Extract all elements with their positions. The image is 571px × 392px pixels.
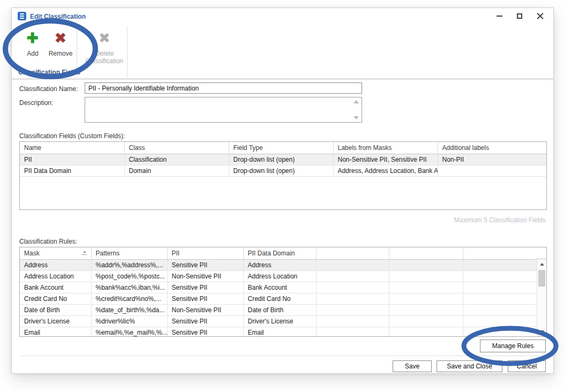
- rules-row-email[interactable]: Email %email%,%e_mail%,%... Sensitive PI…: [20, 327, 538, 337]
- scrollbar-down-button[interactable]: [537, 328, 546, 335]
- cell: Classification: [124, 154, 229, 165]
- description-textarea[interactable]: [85, 97, 362, 123]
- sort-ascending-icon: [82, 251, 87, 255]
- scrollbar-thumb[interactable]: [538, 270, 545, 287]
- cell: Non-Sensitive PII: [167, 270, 243, 282]
- cell: [389, 327, 463, 337]
- cell: Bank Account: [243, 282, 316, 293]
- fields-col-name[interactable]: Name: [20, 142, 124, 154]
- rules-col-pii[interactable]: PII: [167, 247, 243, 259]
- scroll-down-arrow-icon: [540, 330, 544, 333]
- cell: [463, 282, 538, 293]
- cell: [316, 304, 389, 315]
- remove-button[interactable]: ✖ Remove: [46, 28, 75, 57]
- add-button[interactable]: ✚ Add: [19, 28, 46, 57]
- rules-row-bank-account[interactable]: Bank Account %bank%acc%,iban,%i... Sensi…: [20, 282, 538, 293]
- rules-col-empty[interactable]: [463, 247, 538, 259]
- maximize-button[interactable]: [509, 9, 530, 23]
- cell: Sensitive PII: [167, 293, 243, 304]
- cell: Address Location: [20, 270, 91, 282]
- classification-name-label: Classification Name:: [19, 85, 78, 93]
- cell: [389, 315, 463, 327]
- header-filler: [537, 247, 546, 259]
- save-and-close-button[interactable]: Save and Close: [437, 360, 502, 372]
- remove-button-label: Remove: [49, 50, 73, 57]
- rules-col-empty[interactable]: [316, 247, 389, 259]
- cell: [463, 293, 538, 304]
- cell: [389, 270, 463, 282]
- scrollbar-up-button[interactable]: [537, 260, 546, 268]
- rules-row-address-location[interactable]: Address Location %post_code%,%postc... N…: [20, 270, 538, 282]
- fields-header-row: Name Class Field Type Labels from Masks …: [20, 142, 546, 154]
- rules-header-row: Mask Patterns PII PII Data Domain: [20, 247, 538, 259]
- rules-col-patterns[interactable]: Patterns: [91, 247, 167, 259]
- classification-name-input[interactable]: [85, 82, 362, 94]
- rules-row-drivers-license[interactable]: Driver's License %driver%lic% Sensitive …: [20, 315, 538, 327]
- cell: Credit Card No: [20, 293, 91, 304]
- rules-row-address[interactable]: Address %addr%,%address%,... Sensitive P…: [20, 259, 538, 270]
- rules-vertical-scrollbar[interactable]: [537, 259, 546, 336]
- delete-x-icon: ✖: [99, 28, 110, 50]
- cell: Address Location: [243, 270, 316, 282]
- cell: [389, 304, 463, 315]
- classification-fields-table: Name Class Field Type Labels from Masks …: [19, 141, 547, 210]
- cell: Non-Sensitive PII: [167, 304, 243, 315]
- cell: [316, 315, 389, 327]
- cell: %credit%card%no%,...: [91, 293, 167, 304]
- scroll-up-icon[interactable]: [354, 100, 359, 103]
- cell: Address: [20, 259, 91, 270]
- rules-col-empty[interactable]: [389, 247, 463, 259]
- remove-x-icon: ✖: [55, 28, 66, 50]
- fields-col-field-type[interactable]: Field Type: [229, 142, 333, 154]
- add-button-label: Add: [27, 50, 38, 57]
- rules-col-mask-label: Mask: [24, 250, 40, 257]
- cell: Email: [243, 327, 316, 337]
- cell: Domain: [124, 165, 229, 176]
- cell: Bank Account: [20, 282, 91, 293]
- cell: Drop-down list (open): [229, 154, 333, 165]
- cell: [463, 304, 538, 315]
- cancel-button[interactable]: Cancel: [508, 360, 546, 372]
- minimize-button[interactable]: [489, 9, 509, 23]
- cell: Sensitive PII: [167, 327, 243, 337]
- cell: %date_of_birth%,%da...: [91, 304, 167, 315]
- cell: [463, 315, 538, 327]
- cell: %driver%lic%: [91, 315, 167, 327]
- cell: Date of Birth: [20, 304, 91, 315]
- manage-rules-button[interactable]: Manage Rules: [480, 340, 546, 352]
- window-controls: [489, 9, 550, 23]
- close-button[interactable]: [530, 9, 550, 23]
- fields-row-pii[interactable]: PII Classification Drop-down list (open)…: [20, 154, 546, 165]
- title-bar: Edit Classification: [12, 8, 553, 24]
- maximize-icon: [517, 13, 522, 19]
- cell: Email: [20, 327, 91, 337]
- cell: [316, 282, 389, 293]
- fields-table-caption: Classification Fields (Custom Fields):: [19, 132, 125, 140]
- rules-row-date-of-birth[interactable]: Date of Birth %date_of_birth%,%da... Non…: [20, 304, 538, 315]
- fields-col-additional-labels[interactable]: Additional labels: [438, 142, 546, 154]
- cell: Driver's License: [243, 315, 316, 327]
- cell: [389, 282, 463, 293]
- add-plus-icon: ✚: [27, 28, 39, 50]
- delete-classification-button[interactable]: ✖ Delete Classification: [83, 28, 126, 65]
- save-button[interactable]: Save: [393, 360, 432, 372]
- fields-col-class[interactable]: Class: [124, 142, 229, 154]
- fields-row-pii-data-domain[interactable]: PII Data Domain Domain Drop-down list (o…: [20, 165, 546, 176]
- max-fields-note: Maximum 5 Classification Fields: [454, 216, 546, 224]
- description-label: Description:: [19, 99, 53, 107]
- cell: %post_code%,%postc...: [91, 270, 167, 282]
- footer-separator: [19, 356, 547, 356]
- cell: Address, Address Location, Bank Ac...: [333, 165, 438, 176]
- scroll-down-icon[interactable]: [354, 116, 359, 119]
- cell: Sensitive PII: [167, 282, 243, 293]
- cell: [463, 259, 538, 270]
- fields-col-labels-from-masks[interactable]: Labels from Masks: [333, 142, 438, 154]
- delete-button-label-line2: Classification: [86, 57, 124, 65]
- rules-col-pii-data-domain[interactable]: PII Data Domain: [243, 247, 316, 259]
- cell: Driver's License: [20, 315, 91, 327]
- rules-row-credit-card-no[interactable]: Credit Card No %credit%card%no%,... Sens…: [20, 293, 538, 304]
- cell: [316, 270, 389, 282]
- cell: [316, 293, 389, 304]
- edit-classification-window: Edit Classification ✚ Add ✖ Remove ✖ Del…: [11, 7, 554, 374]
- rules-col-mask[interactable]: Mask: [20, 247, 91, 259]
